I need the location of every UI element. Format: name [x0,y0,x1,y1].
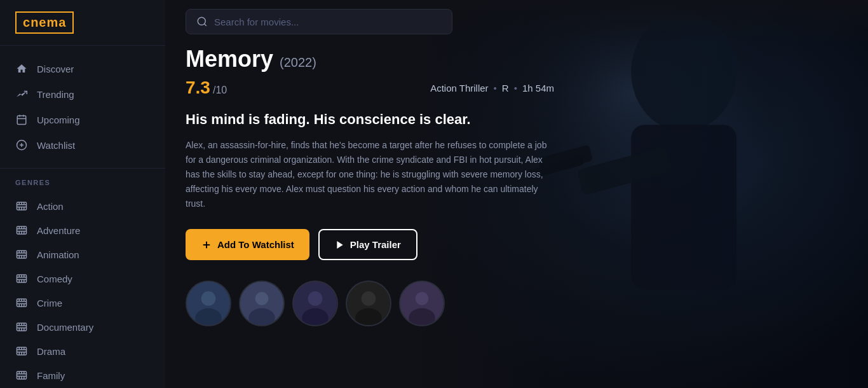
svg-point-86 [198,17,205,25]
cast-photo-5 [400,281,444,326]
genre-label-documentary: Documentary [37,322,93,333]
svg-point-100 [362,291,376,306]
app-logo[interactable]: cnema [15,11,74,34]
cast-avatar-2[interactable] [239,281,285,326]
genre-label-comedy: Comedy [37,274,72,284]
main-nav: Discover Trending Upcoming Watchlist [0,46,165,169]
cast-photo-1 [187,281,230,326]
rating-max: /10 [213,85,227,96]
cast-photo-3 [294,281,337,326]
film-icon-crime [15,296,28,309]
genre-item-action[interactable]: Action [15,194,150,218]
logo-text: nema [31,15,66,29]
genre-label-action: Action [37,201,64,212]
meta-separator-2: • [514,83,517,94]
trending-icon [15,88,28,100]
logo-accent: c [23,15,31,29]
genre-item-comedy[interactable]: Comedy [15,267,150,291]
film-icon-adventure [15,224,28,237]
watchlist-button-label: Add To Watchlist [217,239,294,250]
cast-avatar-1[interactable] [186,281,231,326]
rating-row: 7.3 /10 Action Thriller • R • 1h 54m [186,78,554,98]
film-icon-family [15,369,28,382]
movie-meta: Action Thriller • R • 1h 54m [430,83,554,94]
genre-label-crime: Crime [37,298,62,308]
search-input[interactable] [214,17,442,27]
movie-rating-code: R [502,83,509,94]
genres-heading: GENRES [15,179,150,186]
logo-area: cnema [0,0,165,46]
movie-genre: Action Thriller [430,83,488,94]
film-icon-comedy [15,272,28,285]
film-icon-animation [15,248,28,261]
add-to-watchlist-button[interactable]: Add To Watchlist [186,229,309,260]
svg-point-103 [416,292,429,305]
genre-label-drama: Drama [37,346,65,357]
svg-point-97 [308,291,323,306]
nav-item-upcoming[interactable]: Upcoming [0,107,165,132]
trailer-button-label: Play Trailer [350,239,401,250]
meta-separator-1: • [494,83,497,94]
nav-item-trending[interactable]: Trending [0,81,165,107]
film-icon-documentary [15,321,28,333]
rating-value: 7.3 [186,78,210,98]
play-icon [335,240,345,250]
genres-section: GENRES Action Adventure Animation Comedy [0,169,165,388]
cast-row [186,281,554,326]
genre-label-animation: Animation [37,249,79,260]
movie-tagline: His mind is fading. His conscience is cl… [186,111,554,129]
sidebar: cnema Discover Trending Upcoming Watc [0,0,165,388]
genre-item-documentary[interactable]: Documentary [15,315,150,339]
movie-title: Memory [186,46,273,73]
nav-item-discover[interactable]: Discover [0,56,165,81]
movie-rating: 7.3 /10 [186,78,227,98]
play-trailer-button[interactable]: Play Trailer [318,229,417,260]
home-icon [15,62,28,75]
genre-label-family: Family [37,370,65,381]
movie-year: (2022) [280,55,316,70]
search-icon [196,16,208,27]
movie-description: Alex, an assassin-for-hire, finds that h… [186,138,554,211]
nav-item-watchlist[interactable]: Watchlist [0,132,165,158]
svg-rect-0 [17,116,26,125]
nav-label-upcoming: Upcoming [37,114,80,125]
action-buttons: Add To Watchlist Play Trailer [186,229,554,260]
cast-avatar-4[interactable] [346,281,391,326]
main-content: Memory (2022) 7.3 /10 Action Thriller • … [165,0,868,388]
search-bar[interactable] [186,9,452,34]
plus-icon [201,239,212,251]
genre-item-family[interactable]: Family [15,363,150,387]
genre-label-adventure: Adventure [37,225,80,236]
cast-avatar-3[interactable] [292,281,338,326]
nav-label-watchlist: Watchlist [37,140,75,151]
svg-marker-89 [337,241,342,249]
film-icon-drama [15,345,28,357]
nav-label-trending: Trending [37,89,74,100]
calendar-icon [15,113,28,126]
svg-point-91 [201,291,216,306]
cast-avatar-5[interactable] [399,281,445,326]
movie-title-row: Memory (2022) [186,46,554,73]
genre-item-crime[interactable]: Crime [15,291,150,315]
film-icon-action [15,200,28,212]
watchlist-icon [15,139,28,151]
header [165,0,868,43]
svg-point-94 [255,292,269,305]
movie-info: Memory (2022) 7.3 /10 Action Thriller • … [186,46,554,326]
genre-item-animation[interactable]: Animation [15,242,150,267]
cast-photo-2 [240,281,283,326]
movie-runtime: 1h 54m [522,83,554,94]
genre-item-drama[interactable]: Drama [15,339,150,363]
nav-label-discover: Discover [37,64,74,74]
cast-photo-4 [347,281,390,326]
genre-item-adventure[interactable]: Adventure [15,218,150,242]
